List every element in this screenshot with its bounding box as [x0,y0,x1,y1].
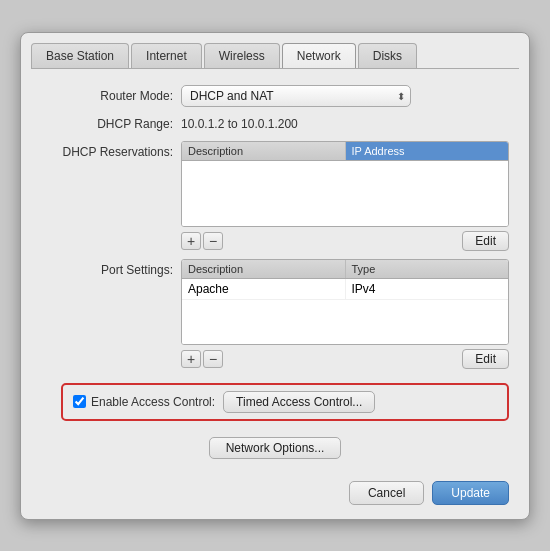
dhcp-reservations-body [182,161,508,226]
access-control-box: Enable Access Control: Timed Access Cont… [61,383,509,421]
dhcp-edit-button[interactable]: Edit [462,231,509,251]
dhcp-reservations-section: DHCP Reservations: Description IP Addres… [41,141,509,251]
port-settings-label: Port Settings: [41,259,181,277]
timed-access-control-button[interactable]: Timed Access Control... [223,391,375,413]
tab-base-station[interactable]: Base Station [31,43,129,68]
main-window: Base Station Internet Wireless Network D… [20,32,530,520]
port-remove-button[interactable]: − [203,350,223,368]
network-options-row: Network Options... [41,437,509,459]
port-edit-button[interactable]: Edit [462,349,509,369]
access-control-checkbox[interactable] [73,395,86,408]
update-button[interactable]: Update [432,481,509,505]
tab-internet[interactable]: Internet [131,43,202,68]
dhcp-reservations-toolbar: + − Edit [181,231,509,251]
dhcp-reservations-content: Description IP Address + − Edit [181,141,509,251]
dhcp-range-row: DHCP Range: 10.0.1.2 to 10.0.1.200 [41,117,509,131]
tab-disks[interactable]: Disks [358,43,417,68]
tab-wireless[interactable]: Wireless [204,43,280,68]
port-add-button[interactable]: + [181,350,201,368]
port-settings-content: Description Type Apache IPv4 + − Edit [181,259,509,369]
router-mode-select[interactable]: DHCP and NAT [181,85,411,107]
port-settings-body: Apache IPv4 [182,279,508,344]
port-apache-cell: Apache [182,279,346,299]
port-settings-section: Port Settings: Description Type Apache I… [41,259,509,369]
table-row: Apache IPv4 [182,279,508,300]
dhcp-range-label: DHCP Range: [41,117,181,131]
bottom-button-row: Cancel Update [21,481,529,505]
content-area: Router Mode: DHCP and NAT ⬍ DHCP Range: … [21,69,529,481]
dhcp-range-value: 10.0.1.2 to 10.0.1.200 [181,117,298,131]
network-options-button[interactable]: Network Options... [209,437,342,459]
cancel-button[interactable]: Cancel [349,481,424,505]
port-ipv4-cell: IPv4 [346,279,509,299]
access-control-label: Enable Access Control: [91,395,223,409]
dhcp-add-button[interactable]: + [181,232,201,250]
port-settings-table: Description Type Apache IPv4 [181,259,509,345]
dhcp-desc-col-header: Description [182,142,346,160]
dhcp-reservations-table: Description IP Address [181,141,509,227]
port-desc-col-header: Description [182,260,346,278]
tab-bar: Base Station Internet Wireless Network D… [21,33,529,68]
dhcp-reservations-header: Description IP Address [182,142,508,161]
port-type-col-header: Type [346,260,509,278]
dhcp-reservations-label: DHCP Reservations: [41,141,181,159]
router-mode-select-wrapper: DHCP and NAT ⬍ [181,85,411,107]
router-mode-label: Router Mode: [41,89,181,103]
router-mode-row: Router Mode: DHCP and NAT ⬍ [41,85,509,107]
port-settings-header: Description Type [182,260,508,279]
dhcp-remove-button[interactable]: − [203,232,223,250]
access-control-row: Enable Access Control: Timed Access Cont… [41,377,509,429]
tab-network[interactable]: Network [282,43,356,68]
dhcp-ip-col-header: IP Address [346,142,509,160]
port-settings-toolbar: + − Edit [181,349,509,369]
